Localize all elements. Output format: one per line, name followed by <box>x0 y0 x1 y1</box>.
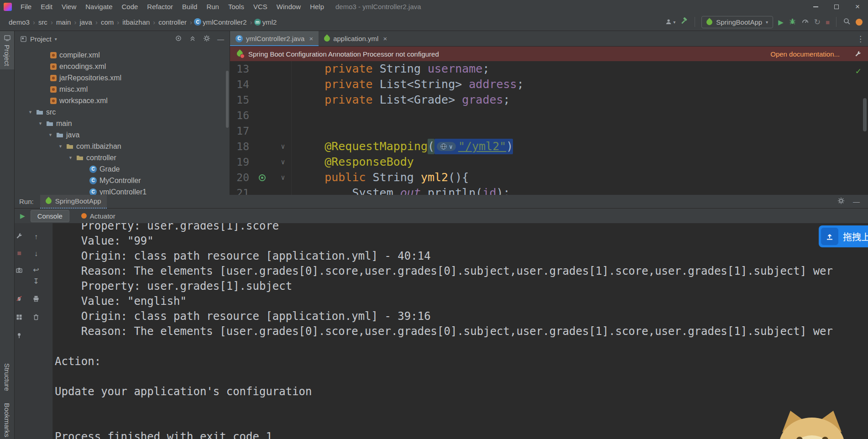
hide-panel-button[interactable]: — <box>217 36 224 42</box>
tree-item[interactable]: MyController <box>15 175 230 186</box>
code-line[interactable]: 17 <box>230 123 868 139</box>
prev-occurrence-button[interactable]: ↑ <box>31 232 41 241</box>
code-line[interactable]: 18∨ @RequestMapping(∨"/yml2") <box>230 139 868 154</box>
tree-item[interactable]: encodings.xml <box>15 61 230 72</box>
tree-item[interactable]: workspace.xml <box>15 95 230 106</box>
maximize-button[interactable] <box>826 0 847 13</box>
code-line[interactable]: 13 private String username; <box>230 61 868 77</box>
collapse-all-button[interactable] <box>189 35 196 43</box>
close-tab-icon[interactable]: × <box>309 35 313 42</box>
tool-button-structure[interactable]: Structure <box>3 363 11 391</box>
fold-icon[interactable]: ∨ <box>281 173 285 182</box>
menu-code[interactable]: Code <box>117 1 142 12</box>
rerun-button[interactable]: ▶ <box>20 213 25 219</box>
tab-actuator[interactable]: Actuator <box>75 210 122 222</box>
run-gutter-icon[interactable] <box>259 174 266 181</box>
rerun-icon[interactable]: ↻ <box>814 18 821 26</box>
chevron-down-icon[interactable]: ▾ <box>47 132 53 138</box>
code-line[interactable]: 19∨ @ResponseBody <box>230 154 868 170</box>
tree-item[interactable]: ▾src <box>15 106 230 118</box>
tree-item[interactable]: ▾com.itbaizhan <box>15 141 230 152</box>
line-number[interactable]: 18 <box>230 139 249 154</box>
print-button[interactable] <box>31 294 41 303</box>
project-scrollbar[interactable] <box>226 71 229 128</box>
line-number[interactable]: 15 <box>230 92 249 108</box>
profiler-button[interactable] <box>801 17 809 26</box>
breadcrumb-demo3[interactable]: demo3 <box>7 17 31 27</box>
code-editor[interactable]: 13 private String username; 14 private L… <box>230 61 868 195</box>
menu-view[interactable]: View <box>58 1 80 12</box>
hide-panel-button[interactable]: — <box>853 198 860 205</box>
menu-vcs[interactable]: VCS <box>249 1 272 12</box>
tree-item[interactable]: ▾main <box>15 118 230 129</box>
search-everywhere-button[interactable] <box>843 17 851 26</box>
scroll-to-end-button[interactable]: ↧ <box>31 277 41 286</box>
tree-item[interactable]: misc.xml <box>15 84 230 95</box>
menu-run[interactable]: Run <box>202 1 223 12</box>
code-with-me-button[interactable]: ▾ <box>665 18 675 26</box>
tree-item[interactable]: ▾java <box>15 129 230 141</box>
menu-edit[interactable]: Edit <box>37 1 57 12</box>
breadcrumb-method[interactable]: yml2 <box>261 17 278 27</box>
run-button[interactable]: ▶ <box>778 19 784 26</box>
locate-file-button[interactable] <box>175 35 182 43</box>
tool-button-bookmarks[interactable]: Bookmarks <box>3 403 11 437</box>
menu-window[interactable]: Window <box>272 1 305 12</box>
tool-button-project[interactable]: Project <box>0 31 14 69</box>
build-button[interactable] <box>680 17 688 26</box>
breadcrumb-class[interactable]: ymlController2 <box>201 17 248 27</box>
clear-console-button[interactable] <box>31 313 41 322</box>
url-inlay[interactable]: ∨ <box>437 142 456 151</box>
pin-tab-button[interactable] <box>15 331 24 340</box>
editor-scrollbar[interactable] <box>863 98 867 131</box>
run-configuration-select[interactable]: SpringBootApp ▾ <box>701 16 773 28</box>
tree-item[interactable]: compiler.xml <box>15 49 230 61</box>
code-line[interactable]: 20∨ public String yml2(){ <box>230 170 868 185</box>
tree-item[interactable]: Grade <box>15 163 230 175</box>
debug-button[interactable] <box>789 17 796 26</box>
menu-tools[interactable]: Tools <box>224 1 248 12</box>
chevron-down-icon[interactable]: ▾ <box>58 143 63 149</box>
chevron-down-icon[interactable]: ▾ <box>27 109 33 115</box>
next-occurrence-button[interactable]: ↓ <box>31 249 41 258</box>
settings-button[interactable] <box>837 197 845 206</box>
line-number[interactable]: 20 <box>230 170 249 185</box>
settings-button[interactable] <box>203 35 210 43</box>
close-button[interactable]: × <box>847 0 868 13</box>
menu-help[interactable]: Help <box>306 1 328 12</box>
line-number[interactable]: 21 <box>230 185 249 195</box>
fold-icon[interactable]: ∨ <box>281 158 285 166</box>
chevron-down-icon[interactable]: ▾ <box>68 155 73 161</box>
run-config-tab[interactable]: SpringBootApp <box>40 195 107 209</box>
open-documentation-link[interactable]: Open documentation... <box>770 50 850 58</box>
tab-ymlcontroller2[interactable]: ymlController2.java × <box>230 31 319 46</box>
menu-navigate[interactable]: Navigate <box>81 1 116 12</box>
tab-application-yml[interactable]: application.yml × <box>319 31 392 46</box>
code-line[interactable]: 14 private List<String> address; <box>230 77 868 92</box>
stop-button[interactable]: ■ <box>15 249 24 258</box>
drag-upload-button[interactable]: 拖拽上传 <box>819 225 868 247</box>
tree-item[interactable]: jarRepositories.xml <box>15 72 230 84</box>
line-number[interactable]: 14 <box>230 77 249 92</box>
line-number[interactable]: 13 <box>230 61 249 77</box>
minimize-button[interactable] <box>805 0 826 13</box>
breadcrumb-controller[interactable]: controller <box>157 17 188 27</box>
more-tabs-icon[interactable]: ⋮ <box>857 31 864 47</box>
chevron-down-icon[interactable]: ▾ <box>37 120 43 126</box>
code-line[interactable]: 16 <box>230 108 868 123</box>
orange-status-icon[interactable] <box>856 19 863 26</box>
tree-item[interactable]: ▾controller <box>15 152 230 163</box>
tree-item[interactable]: ymlController1 <box>15 186 230 195</box>
menu-refactor[interactable]: Refactor <box>143 1 177 12</box>
soft-wrap-button[interactable]: ↩ <box>31 266 41 275</box>
layout-settings-button[interactable] <box>15 313 24 322</box>
breadcrumb-main[interactable]: main <box>55 17 73 27</box>
menu-file[interactable]: File <box>16 1 36 12</box>
close-tab-icon[interactable]: × <box>383 35 387 42</box>
fold-icon[interactable]: ∨ <box>281 142 285 151</box>
chevron-down-icon[interactable]: ▾ <box>55 37 57 42</box>
thread-dump-button[interactable] <box>15 266 24 275</box>
breadcrumb-src[interactable]: src <box>37 17 49 27</box>
wrench-icon[interactable] <box>854 50 862 57</box>
console-output[interactable]: Property: user.grades[1].score Value: "9… <box>55 223 868 439</box>
